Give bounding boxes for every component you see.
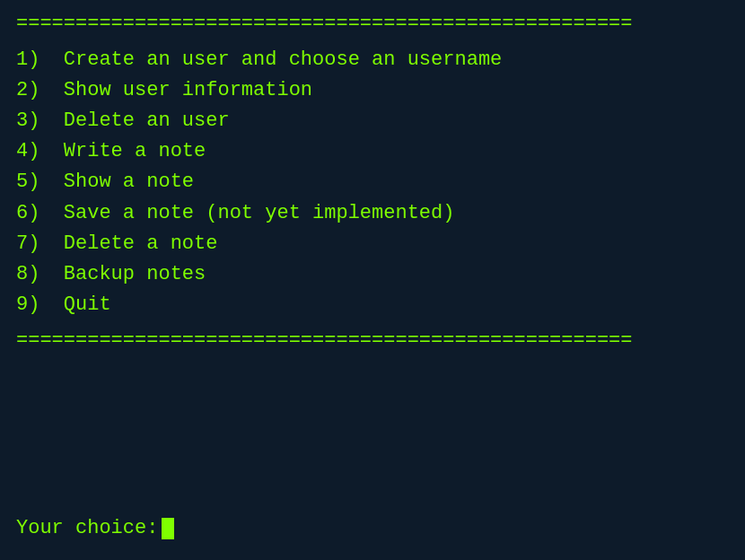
menu-item-3: 3) Delete an user — [16, 106, 729, 136]
prompt-line[interactable]: Your choice: — [16, 513, 729, 544]
menu-item-8: 8) Backup notes — [16, 259, 729, 290]
cursor-block — [162, 518, 174, 539]
top-divider: ========================================… — [16, 9, 729, 39]
menu-item-5: 5) Show a note — [16, 167, 729, 197]
bottom-divider: ========================================… — [16, 326, 729, 356]
menu-item-4: 4) Write a note — [16, 136, 729, 167]
menu-item-1: 1) Create an user and choose an username — [16, 45, 729, 75]
menu-item-9: 9) Quit — [16, 290, 729, 320]
menu-item-2: 2) Show user information — [16, 75, 729, 106]
prompt-label: Your choice: — [16, 513, 158, 544]
menu-item-6: 6) Save a note (not yet implemented) — [16, 198, 729, 229]
menu-list: 1) Create an user and choose an username… — [16, 45, 729, 320]
menu-item-7: 7) Delete a note — [16, 229, 729, 259]
